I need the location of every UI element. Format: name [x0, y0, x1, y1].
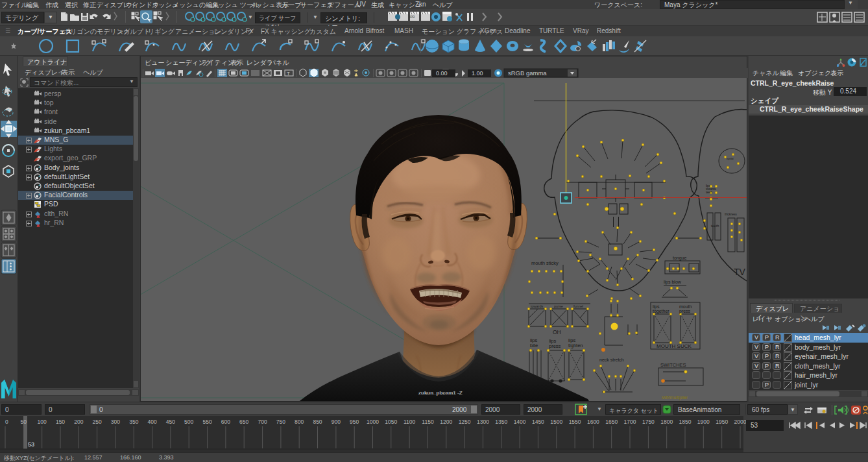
- svg-text:1650: 1650: [605, 419, 618, 425]
- svg-text:400: 400: [148, 419, 157, 425]
- svg-text:TV: TV: [734, 267, 746, 277]
- svg-text:0.00: 0.00: [436, 70, 448, 77]
- svg-text:1100: 1100: [404, 419, 416, 425]
- svg-text:press: press: [549, 343, 561, 349]
- svg-text:500: 500: [184, 419, 193, 425]
- svg-text:mouth sticky: mouth sticky: [531, 260, 559, 266]
- svg-text:WMmultiplier: WMmultiplier: [662, 395, 688, 400]
- svg-text:together: together: [653, 309, 669, 314]
- svg-text:2000: 2000: [734, 419, 747, 425]
- svg-text:mouth: mouth: [679, 304, 692, 309]
- svg-text:bite: bite: [530, 343, 538, 348]
- svg-text:1600: 1600: [587, 419, 599, 425]
- svg-text:1050: 1050: [385, 419, 397, 425]
- svg-text:50: 50: [21, 419, 27, 425]
- svg-text:tighten: tighten: [568, 343, 583, 348]
- svg-text:MOUTH SUCK: MOUTH SUCK: [657, 343, 692, 349]
- svg-text:1250: 1250: [459, 419, 471, 425]
- svg-text:1000: 1000: [367, 419, 379, 425]
- svg-text:1500: 1500: [550, 419, 562, 425]
- svg-text:450: 450: [166, 419, 175, 425]
- svg-text:350: 350: [129, 419, 138, 425]
- svg-text:900: 900: [332, 419, 341, 425]
- svg-text:T: T: [287, 71, 290, 77]
- svg-text:850: 850: [313, 419, 322, 425]
- svg-text:IPR: IPR: [409, 15, 415, 19]
- svg-text:950: 950: [350, 419, 359, 425]
- svg-text:600: 600: [221, 419, 230, 425]
- svg-text:eyelid: eyelid: [727, 157, 733, 160]
- svg-text:1800: 1800: [660, 419, 673, 425]
- svg-text:1.00: 1.00: [472, 70, 483, 77]
- svg-text:200: 200: [74, 419, 83, 425]
- svg-text:1900: 1900: [697, 419, 710, 425]
- svg-text:1950: 1950: [716, 419, 728, 425]
- svg-text:1700: 1700: [624, 419, 636, 425]
- svg-text:sRGB gamma: sRGB gamma: [508, 69, 547, 77]
- svg-text:250: 250: [93, 419, 102, 425]
- svg-text:150: 150: [56, 419, 65, 425]
- svg-text:SWITCHES: SWITCHES: [660, 362, 686, 368]
- svg-text:lips blow: lips blow: [664, 280, 682, 285]
- svg-text:press: press: [679, 309, 691, 314]
- svg-text:purse: purse: [554, 304, 563, 308]
- svg-text:thickness: thickness: [725, 213, 738, 216]
- svg-text:750: 750: [276, 419, 285, 425]
- svg-text:funnel: funnel: [573, 304, 583, 308]
- svg-text:53: 53: [28, 441, 34, 448]
- svg-text:1200: 1200: [440, 419, 452, 425]
- svg-text:tongue: tongue: [673, 256, 687, 261]
- svg-text:1450: 1450: [532, 419, 544, 425]
- svg-text:teeth: teeth: [711, 224, 719, 228]
- svg-text:neck stretch: neck stretch: [599, 358, 624, 362]
- svg-text:towards: towards: [531, 304, 544, 308]
- svg-text:700: 700: [258, 419, 267, 425]
- svg-text:300: 300: [111, 419, 120, 425]
- svg-text:1850: 1850: [679, 419, 692, 425]
- svg-text:1400: 1400: [514, 419, 526, 425]
- svg-text:1750: 1750: [642, 419, 655, 425]
- svg-text:0: 0: [5, 419, 8, 425]
- svg-text:1300: 1300: [477, 419, 489, 425]
- svg-text:1550: 1550: [569, 419, 581, 425]
- svg-text:1350: 1350: [495, 419, 507, 425]
- svg-text:1150: 1150: [422, 419, 434, 425]
- svg-text:550: 550: [203, 419, 212, 425]
- svg-text:OH: OH: [553, 329, 561, 335]
- svg-text:zukun_pbcam1 -Z: zukun_pbcam1 -Z: [418, 390, 463, 396]
- svg-text:800: 800: [295, 419, 304, 425]
- svg-text:650: 650: [239, 419, 248, 425]
- svg-text:teeth: teeth: [706, 191, 713, 194]
- svg-text:100: 100: [38, 419, 47, 425]
